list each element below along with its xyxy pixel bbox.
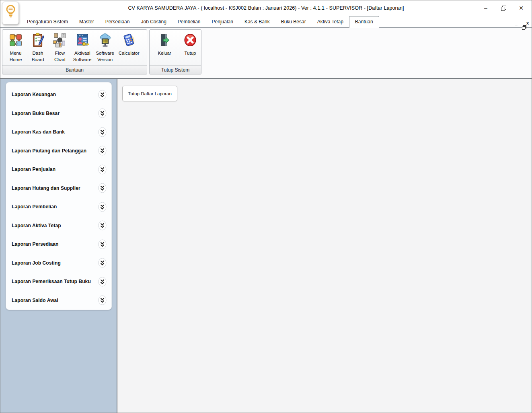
sidebar-item-laporan-saldo-awal[interactable]: Laporan Saldo Awal — [6, 291, 111, 310]
ribbon-button-label: AktivasiSoftware — [73, 50, 91, 63]
lightbulb-icon — [4, 3, 17, 23]
ribbon-button-software-version[interactable]: SoftwareVersion — [95, 32, 114, 63]
ribbon-button-tutup[interactable]: Tutup — [181, 32, 199, 57]
ribbon-group-buttons: KeluarTutup — [150, 30, 201, 65]
app-window: CV KARYA SAMUDERA JAYA - ( localhost - K… — [0, 0, 532, 413]
ribbon-button-flow-chart[interactable]: FlowChart — [51, 32, 69, 63]
sidebar-item-laporan-kas-dan-bank[interactable]: Laporan Kas dan Bank — [6, 123, 111, 142]
sidebar-item-label: Laporan Aktiva Tetap — [12, 223, 61, 228]
double-chevron-down-icon[interactable] — [98, 295, 107, 305]
minimize-button[interactable]: – — [477, 0, 495, 15]
double-chevron-down-icon[interactable] — [98, 239, 107, 249]
sidebar-item-laporan-hutang-dan-supplier[interactable]: Laporan Hutang dan Supplier — [6, 179, 111, 198]
sidebar-item-label: Laporan Penjualan — [12, 166, 55, 172]
report-sidebar: Laporan KeuanganLaporan Buku BesarLapora… — [0, 79, 117, 413]
software-version-icon — [97, 33, 113, 49]
dashboard-icon — [30, 33, 45, 49]
sidebar-item-laporan-persediaan[interactable]: Laporan Persediaan — [6, 235, 111, 254]
sidebar-item-label: Laporan Pemeriksaan Tutup Buku — [12, 279, 91, 284]
restore-icon — [501, 6, 506, 10]
ribbon-button-label: Keluar — [158, 50, 171, 56]
sidebar-item-label: Laporan Piutang dan Pelanggan — [12, 148, 86, 154]
sidebar-item-laporan-pemeriksaan-tutup-buku[interactable]: Laporan Pemeriksaan Tutup Buku — [6, 272, 111, 291]
ribbon-button-label: Calculator — [119, 50, 140, 56]
menu-tab-aktiva-tetap[interactable]: Aktiva Tetap — [312, 16, 349, 27]
ribbon-button-label: Tutup — [185, 50, 196, 56]
ribbon-button-label: SoftwareVersion — [96, 50, 114, 63]
ribbon: MenuHomeDashBoardFlowChartAktivasiSoftwa… — [0, 28, 532, 78]
restore-button[interactable] — [495, 0, 512, 15]
sidebar-item-laporan-job-costing[interactable]: Laporan Job Costing — [6, 254, 111, 273]
double-chevron-down-icon[interactable] — [98, 108, 107, 118]
menu-tab-job-costing[interactable]: Job Costing — [135, 16, 172, 27]
report-accordion-panel: Laporan KeuanganLaporan Buku BesarLapora… — [6, 82, 112, 310]
double-chevron-down-icon[interactable] — [98, 183, 107, 193]
menu-tab-pembelian[interactable]: Pembelian — [172, 16, 206, 27]
close-report-list-button[interactable]: Tutup Daftar Laporan — [122, 86, 177, 101]
double-chevron-down-icon[interactable] — [98, 220, 107, 230]
close-icon: ✕ — [519, 5, 524, 11]
close-button[interactable]: ✕ — [512, 0, 530, 15]
exit-door-icon — [157, 33, 172, 49]
minimize-icon: – — [484, 5, 487, 11]
main-workspace: Tutup Daftar Laporan — [117, 79, 532, 413]
mdi-minimize-button[interactable]: _ — [515, 21, 518, 25]
double-chevron-down-icon[interactable] — [98, 202, 107, 212]
ribbon-group-buttons: MenuHomeDashBoardFlowChartAktivasiSoftwa… — [2, 30, 147, 65]
ribbon-group-tutup-sistem: KeluarTutupTutup Sistem — [149, 29, 201, 74]
menu-tab-master[interactable]: Master — [74, 16, 100, 27]
sidebar-item-laporan-piutang-dan-pelanggan[interactable]: Laporan Piutang dan Pelanggan — [6, 142, 111, 160]
calculator-icon — [121, 33, 137, 49]
ribbon-group-bantuan: MenuHomeDashBoardFlowChartAktivasiSoftwa… — [2, 29, 147, 74]
mdi-window-controls: _ x — [515, 21, 529, 25]
sidebar-item-label: Laporan Persediaan — [12, 241, 59, 247]
sidebar-item-label: Laporan Job Costing — [12, 260, 61, 266]
ribbon-button-menu-home[interactable]: MenuHome — [6, 32, 25, 63]
sidebar-item-label: Laporan Hutang dan Supplier — [12, 185, 80, 191]
sidebar-item-label: Laporan Pembelian — [12, 204, 57, 210]
double-chevron-down-icon[interactable] — [98, 277, 107, 287]
sidebar-item-laporan-keuangan[interactable]: Laporan Keuangan — [6, 85, 111, 104]
menu-tab-bantuan[interactable]: Bantuan — [349, 16, 379, 28]
menu-tab-penjualan[interactable]: Penjualan — [206, 16, 239, 27]
ribbon-group-label: Bantuan — [2, 65, 147, 74]
double-chevron-down-icon[interactable] — [98, 146, 107, 156]
mdi-close-icon: x — [526, 21, 529, 25]
sidebar-item-laporan-penjualan[interactable]: Laporan Penjualan — [6, 160, 111, 179]
window-title: CV KARYA SAMUDERA JAYA - ( localhost - K… — [128, 5, 404, 11]
sidebar-item-laporan-buku-besar[interactable]: Laporan Buku Besar — [6, 104, 111, 123]
window-controls: – ✕ — [477, 0, 530, 15]
flowchart-icon — [52, 33, 68, 49]
aktivasi-software-icon — [75, 33, 90, 49]
menu-home-icon — [8, 33, 23, 49]
menu-tab-persediaan[interactable]: Persediaan — [100, 16, 136, 27]
double-chevron-down-icon[interactable] — [98, 90, 107, 100]
double-chevron-down-icon[interactable] — [98, 164, 107, 175]
sidebar-item-label: Laporan Kas dan Bank — [12, 129, 65, 135]
menu-tab-kas-bank[interactable]: Kas & Bank — [239, 16, 275, 27]
sidebar-item-label: Laporan Keuangan — [12, 92, 56, 97]
ribbon-group-label: Tutup Sistem — [150, 65, 201, 74]
sidebar-item-label: Laporan Saldo Awal — [12, 298, 58, 303]
menu-tab-buku-besar[interactable]: Buku Besar — [275, 16, 312, 27]
sidebar-item-label: Laporan Buku Besar — [12, 111, 60, 116]
close-app-icon — [183, 33, 198, 49]
sidebar-item-laporan-pembelian[interactable]: Laporan Pembelian — [6, 197, 111, 216]
content-area: Laporan KeuanganLaporan Buku BesarLapora… — [0, 78, 532, 413]
ribbon-button-label: FlowChart — [54, 50, 66, 63]
double-chevron-down-icon[interactable] — [98, 258, 107, 268]
sidebar-item-laporan-aktiva-tetap[interactable]: Laporan Aktiva Tetap — [6, 216, 111, 235]
ribbon-button-label: MenuHome — [10, 50, 22, 63]
ribbon-button-label: DashBoard — [32, 50, 44, 63]
mdi-close-button[interactable]: x — [526, 21, 529, 25]
ribbon-button-aktivasi-software[interactable]: AktivasiSoftware — [73, 32, 92, 63]
ribbon-button-dash-board[interactable]: DashBoard — [29, 32, 47, 63]
title-bar: CV KARYA SAMUDERA JAYA - ( localhost - K… — [0, 0, 532, 15]
mdi-minimize-icon: _ — [515, 21, 518, 25]
menu-tab-pengaturan-sistem[interactable]: Pengaturan Sistem — [21, 16, 74, 27]
ribbon-button-calculator[interactable]: Calculator — [118, 32, 140, 57]
double-chevron-down-icon[interactable] — [98, 127, 107, 137]
app-menu-orb[interactable] — [2, 2, 19, 25]
ribbon-button-keluar[interactable]: Keluar — [155, 32, 174, 57]
menu-tab-strip: Pengaturan SistemMasterPersediaanJob Cos… — [0, 15, 532, 28]
